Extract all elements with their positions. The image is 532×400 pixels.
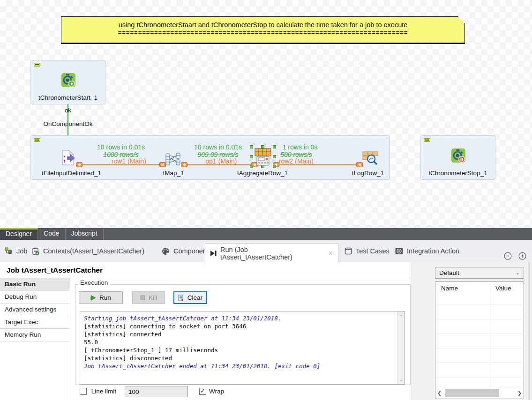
tab-run-active[interactable]: Run (Job tAssert_tAssertCatcher) ✕ [205,243,338,263]
job-design-canvas[interactable]: using tChronometerStaart and tChronomete… [0,0,532,228]
scroll-up-icon[interactable]: ⌃ [397,312,405,320]
tab-designer[interactable]: Designer [0,228,38,240]
component-label[interactable]: tFileInputDelimited_1 [30,170,112,177]
line-limit-checkbox[interactable] [80,388,87,395]
component-label[interactable]: tLogRow_1 [340,170,396,177]
component-palette-icon [162,247,170,255]
tab-contexts[interactable]: Contexts(tAssert_tAssertCatcher) [32,240,144,262]
note-text: using tChronometerStaart and tChronomete… [61,21,465,29]
tfileinputdelimited-icon[interactable]: ; [60,150,76,166]
scroll-down-icon[interactable]: ⌄ [397,375,405,383]
wrap-label: Wrap [209,388,224,395]
close-tab-icon[interactable]: ✕ [328,250,333,257]
svg-text:x: x [181,297,183,301]
tchronometerstart-icon[interactable] [61,73,76,88]
job-icon [5,247,13,255]
chevron-down-icon: ⌄ [516,267,520,278]
selection-handle[interactable] [273,145,276,148]
console-line: [ tChronometerStop_1 ] 17 milliseconds [84,346,395,354]
taggregaterow-icon[interactable] [252,147,274,167]
selection-handle[interactable] [261,145,264,148]
conn2-row-stat: 10 rows in 0.01s [180,143,255,151]
tab-jobscript[interactable]: Jobscript [66,228,104,240]
line-limit-input[interactable] [125,386,188,397]
job-title: Job tAssert_tAssertCatcher [7,266,103,274]
scroll-left-icon[interactable]: ❮ [437,390,442,396]
test-cases-icon [345,247,352,255]
canvas-note[interactable]: using tChronometerStaart and tChronomete… [61,16,465,44]
tab-integration-action[interactable]: Integration Action [395,240,459,262]
tchronometerstop-icon[interactable] [451,148,466,163]
note-separator: ========================================… [61,29,465,36]
subjob-collapse-icon[interactable] [34,63,40,67]
execution-console[interactable]: Starting job tAssert_tAssertCatcher at 1… [80,311,405,385]
table-hscrollbar[interactable]: ❮ ❯ [436,389,523,397]
subjob-chronometer-start[interactable]: tChronometerStart_1 [30,60,105,104]
trigger-type-label: OnComponentOk [35,120,101,127]
contexts-icon [32,247,39,255]
tab-test-cases[interactable]: Test Cases [345,240,390,262]
selection-handle[interactable] [250,155,253,158]
console-options-row: Line limit Wrap [80,388,408,400]
run-view: Job tAssert_tAssertCatcher Basic Run Deb… [0,262,532,400]
subjob-collapse-icon[interactable] [424,138,430,142]
panel-scrollbar[interactable] [528,262,530,400]
tab-label: Test Cases [356,247,390,255]
subjob-collapse-icon[interactable] [34,138,40,142]
subjob-chronometer-stop[interactable]: tChronometerStop_1 [420,135,495,180]
column-header-name[interactable]: Name [441,285,458,292]
selection-handle[interactable] [261,165,264,168]
component-label[interactable]: tAggregateRow_1 [225,170,300,177]
selection-handle[interactable] [273,165,276,168]
tab-label: Contexts(tAssert_tAssertCatcher) [43,247,144,255]
selection-handle[interactable] [250,145,253,148]
sidebar-item-basic-run[interactable]: Basic Run [0,278,70,291]
sidebar-item-memory-run[interactable]: Memory Run [0,329,70,341]
conn1-row-stat: 10 rows in 0.01s [83,143,158,151]
wrap-checkbox[interactable] [199,388,206,395]
component-label: tChronometerStop_1 [421,170,495,177]
sidebar-item-debug-run[interactable]: Debug Run [0,291,70,304]
run-button[interactable]: Run [79,291,123,304]
tmap-icon[interactable] [165,153,181,166]
tab-component[interactable]: Component [162,240,209,262]
table-row [436,363,523,363]
tab-job[interactable]: Job [5,240,27,262]
kill-button[interactable]: Kill [132,291,165,304]
sidebar-item-target-exec[interactable]: Target Exec [0,316,70,329]
selection-handle[interactable] [273,155,276,158]
context-select[interactable]: Default ⌄ [435,267,524,279]
column-divider [491,282,491,387]
sidebar-item-advanced-settings[interactable]: Advanced settings [0,304,70,316]
console-line: [statistics] disconnected [84,354,395,362]
column-header-value[interactable]: Value [495,285,511,292]
console-scrollbar[interactable]: ⌃ ⌄ [397,311,405,384]
execution-legend: Execution [78,279,110,286]
tab-label: Job [16,247,27,255]
note-fold-corner [458,16,465,23]
scroll-right-icon[interactable]: ❯ [517,390,522,396]
table-row [436,348,523,348]
tab-code[interactable]: Code [38,228,65,240]
console-line: [statistics] connecting to socket on por… [84,322,395,330]
context-panel: Default ⌄ Name Value ❮ ❯ [412,262,532,400]
table-row [436,377,523,378]
run-sidebar: Basic Run Debug Run Advanced settings Ta… [0,278,70,400]
maximize-view-icon[interactable] [518,252,526,260]
context-select-value: Default [439,269,459,276]
stop-icon [140,295,145,300]
tab-label: Run (Job tAssert_tAssertCatcher) [220,246,318,261]
context-variables-table[interactable]: Name Value ❮ ❯ [435,281,524,399]
conn1-name[interactable]: row1 (Main) [91,157,166,165]
clear-button[interactable]: x Clear [173,291,207,304]
selection-handle[interactable] [250,165,253,168]
minimize-view-icon[interactable] [504,252,512,260]
component-label[interactable]: tMap_1 [155,170,192,177]
output-endpoint[interactable] [76,162,82,167]
table-row [436,319,523,319]
svg-text:;: ; [63,153,66,163]
tlogrow-icon[interactable] [362,151,379,166]
line-limit-label: Line limit [91,388,116,395]
scrollbar-thumb[interactable] [445,389,499,397]
conn2-name[interactable]: op1 (Main) [184,157,259,165]
